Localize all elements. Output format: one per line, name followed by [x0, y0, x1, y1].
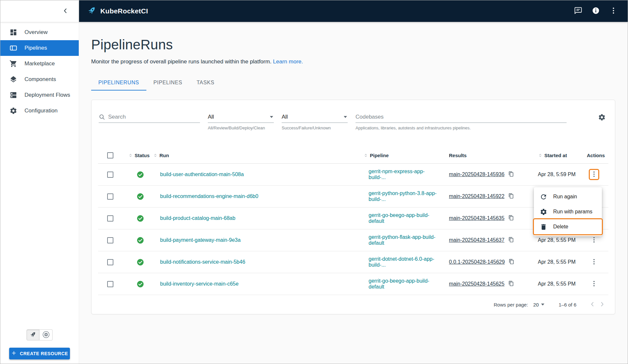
menu-item-label: Run with params [553, 209, 592, 215]
rocket-mode-button[interactable] [26, 329, 40, 340]
result-link[interactable]: main-20250428-145922 [449, 193, 504, 199]
run-link[interactable]: build-user-authentication-main-508a [160, 172, 244, 177]
pipeline-link[interactable]: gerrit-dotnet-dotnet-6.0-app-build-... [369, 256, 434, 268]
table-settings-button[interactable] [596, 112, 608, 124]
run-link[interactable]: build-recommendations-engine-main-d6b0 [160, 193, 258, 199]
row-actions-button[interactable] [590, 257, 598, 267]
rows-per-page-select[interactable]: 20 [533, 302, 545, 307]
menu-item-run-again[interactable]: Run again [534, 189, 602, 204]
create-resource-label: CREATE RESOURCE [20, 351, 68, 356]
copy-button[interactable] [508, 258, 515, 266]
row-actions-button[interactable] [590, 279, 598, 289]
sidebar-item-label: Overview [25, 29, 48, 36]
row-checkbox[interactable] [107, 281, 113, 287]
pipeline-link[interactable]: gerrit-go-beego-app-build-default [369, 278, 429, 290]
run-link[interactable]: build-product-catalog-main-68ab [160, 215, 235, 221]
pipeline-type-value: All [208, 114, 267, 120]
rows-per-page-value: 20 [533, 302, 539, 307]
sidebar-item-pipelines[interactable]: Pipelines [0, 40, 79, 56]
pipeline-type-filter[interactable]: All All/Review/Build/Deploy/Clean [208, 111, 274, 130]
page-title: PipelineRuns [91, 37, 615, 53]
sidebar-item-configuration[interactable]: Configuration [0, 103, 79, 119]
menu-item-label: Delete [553, 224, 568, 230]
row-checkbox[interactable] [107, 193, 113, 200]
pipeline-link[interactable]: gerrit-npm-express-app-build-... [369, 169, 425, 180]
started-at-cell: Apr 28, 5:59 PM [527, 172, 580, 177]
row-checkbox[interactable] [107, 259, 113, 265]
copy-button[interactable] [508, 171, 515, 178]
rows-per-page-label: Rows per page: [494, 302, 528, 307]
pipelines-icon [9, 44, 17, 52]
menu-item-delete[interactable]: Delete [534, 219, 602, 234]
refresh-icon [540, 193, 547, 201]
sidebar: Overview Pipelines Marketplace Component… [0, 0, 79, 364]
copy-button[interactable] [508, 237, 515, 244]
sidebar-collapse-button[interactable] [60, 6, 71, 17]
feedback-chat-button[interactable] [573, 7, 583, 16]
row-actions-button[interactable] [590, 170, 598, 179]
main-column: KubeRocketCI PipelineRuns Monitor the pr… [79, 0, 628, 364]
sort-icon [128, 153, 133, 158]
previous-page-button[interactable] [587, 300, 597, 309]
run-link[interactable]: build-payment-gateway-main-9e3a [160, 237, 240, 243]
column-header-started-at[interactable]: Started at [527, 153, 580, 158]
sort-icon [363, 153, 368, 158]
column-header-run[interactable]: Run [153, 153, 352, 158]
select-all-checkbox[interactable] [107, 152, 113, 158]
codebases-input[interactable] [355, 114, 567, 120]
sidebar-item-deployment-flows[interactable]: Deployment Flows [0, 87, 79, 103]
sidebar-item-overview[interactable]: Overview [0, 25, 79, 40]
pipeline-link[interactable]: gerrit-python-flask-app-build-default [369, 234, 436, 246]
result-link[interactable]: main-20250428-145625 [449, 281, 504, 287]
learn-more-link[interactable]: Learn more. [273, 58, 303, 65]
copy-button[interactable] [508, 280, 515, 288]
status-filter-helper: Success/Failure/Unknown [282, 125, 348, 130]
sidebar-item-components[interactable]: Components [0, 72, 79, 87]
result-link[interactable]: main-20250428-145635 [449, 215, 504, 221]
more-vertical-icon [590, 236, 598, 244]
more-vertical-icon [590, 280, 598, 288]
pipeline-link[interactable]: gerrit-python-python-3.8-app-build-... [369, 190, 437, 202]
column-header-pipeline[interactable]: Pipeline [352, 153, 438, 158]
row-checkbox[interactable] [107, 215, 113, 222]
gear-mode-button[interactable] [40, 329, 53, 340]
row-checkbox[interactable] [107, 237, 113, 243]
more-vertical-icon [609, 7, 618, 16]
info-button[interactable] [591, 7, 600, 16]
run-link[interactable]: build-inventory-service-main-c65e [160, 281, 239, 287]
table-row: build-notifications-service-main-5b46 ge… [98, 251, 608, 273]
row-actions-button[interactable] [590, 236, 598, 245]
copy-icon [508, 171, 514, 178]
tab-tasks[interactable]: TASKS [190, 75, 222, 91]
status-filter-value: All [282, 114, 341, 120]
tab-pipelines[interactable]: PIPELINES [146, 75, 190, 91]
pagination-range: 1–6 of 6 [559, 302, 576, 307]
success-status-icon [137, 258, 144, 266]
copy-button[interactable] [508, 215, 515, 222]
tab-pipelineruns[interactable]: PIPELINERUNS [91, 75, 146, 91]
layers-icon [9, 75, 17, 83]
rocket-logo-icon [87, 6, 97, 17]
next-page-button[interactable] [597, 300, 607, 309]
status-filter[interactable]: All Success/Failure/Unknown [282, 111, 348, 130]
brand: KubeRocketCI [87, 6, 148, 17]
copy-button[interactable] [508, 193, 515, 200]
pipeline-link[interactable]: gerrit-go-beego-app-build-default [369, 212, 429, 224]
topbar-more-button[interactable] [609, 7, 618, 16]
sidebar-nav: Overview Pipelines Marketplace Component… [0, 22, 79, 119]
column-header-status[interactable]: Status [122, 153, 153, 158]
sidebar-item-label: Components [25, 76, 56, 83]
gear-circle-icon [42, 331, 50, 339]
sidebar-item-marketplace[interactable]: Marketplace [0, 56, 79, 72]
result-link[interactable]: main-20250428-145936 [449, 172, 504, 177]
sidebar-item-label: Deployment Flows [25, 92, 70, 98]
create-resource-button[interactable]: CREATE RESOURCE [9, 348, 70, 359]
row-checkbox[interactable] [107, 172, 113, 178]
result-link[interactable]: main-20250428-145637 [449, 237, 504, 243]
more-vertical-icon [590, 258, 598, 266]
result-link[interactable]: 0.0.1-20250428-145629 [449, 259, 505, 265]
run-link[interactable]: build-notifications-service-main-5b46 [160, 259, 245, 265]
search-input[interactable] [108, 114, 200, 120]
menu-item-run-with-params[interactable]: Run with params [534, 204, 602, 219]
info-icon [592, 7, 600, 16]
